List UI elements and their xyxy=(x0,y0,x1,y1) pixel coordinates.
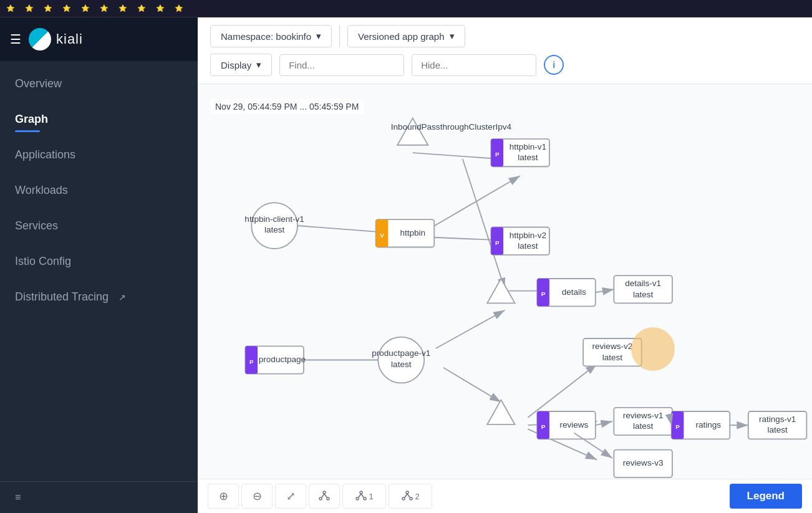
svg-point-61 xyxy=(356,497,359,500)
svg-text:latest: latest xyxy=(633,421,654,431)
top-icon-9: ⭐ xyxy=(156,4,165,12)
svg-marker-38 xyxy=(487,400,515,424)
svg-line-63 xyxy=(359,494,361,497)
svg-text:P: P xyxy=(675,423,680,430)
svg-text:httpbin: httpbin xyxy=(400,228,425,237)
sidebar-item-services[interactable]: Services xyxy=(0,208,198,244)
sidebar-item-workloads[interactable]: Workloads xyxy=(0,173,198,208)
top-icon-10: ⭐ xyxy=(175,4,183,12)
namespace-label: Namespace: bookinfo xyxy=(221,31,311,42)
external-link-icon: ↗ xyxy=(118,292,126,302)
sidebar-item-istio-config[interactable]: Istio Config xyxy=(0,244,198,279)
svg-point-65 xyxy=(406,491,408,494)
svg-text:ratings-v1: ratings-v1 xyxy=(759,415,796,424)
legend-button[interactable]: Legend xyxy=(730,484,802,509)
fit-icon: ⤢ xyxy=(286,489,296,503)
toolbar-row-2: Display ▾ i xyxy=(210,54,800,76)
sidebar-item-label-overview: Overview xyxy=(15,77,62,90)
graph-timestamp: Nov 29, 05:44:59 PM ... 05:45:59 PM xyxy=(210,99,364,114)
svg-text:InboundPassthroughClusterIpv4: InboundPassthroughClusterIpv4 xyxy=(391,122,512,132)
svg-line-64 xyxy=(361,494,364,497)
namespace-dropdown[interactable]: Namespace: bookinfo ▾ xyxy=(210,25,332,47)
top-icon-6: ⭐ xyxy=(100,4,109,12)
hamburger-icon[interactable]: ☰ xyxy=(10,32,21,47)
top-icon-7: ⭐ xyxy=(118,4,127,12)
sidebar-item-label-applications: Applications xyxy=(15,148,75,161)
svg-text:reviews-v2: reviews-v2 xyxy=(592,342,633,351)
kiali-logo-circle xyxy=(29,28,51,50)
display-label: Display xyxy=(221,60,251,70)
info-button[interactable]: i xyxy=(544,55,564,75)
hide-input[interactable] xyxy=(412,54,536,76)
content-area: Namespace: bookinfo ▾ Versioned app grap… xyxy=(198,17,812,513)
toolbar-row-1: Namespace: bookinfo ▾ Versioned app grap… xyxy=(210,25,800,47)
graph-type-label: Versioned app graph xyxy=(358,31,444,42)
layout-2-button[interactable]: 2 xyxy=(389,484,432,509)
svg-text:latest: latest xyxy=(602,353,623,362)
top-icon-1: ⭐ xyxy=(6,4,15,12)
svg-line-68 xyxy=(405,494,407,497)
zoom-in-button[interactable]: ⊕ xyxy=(208,484,239,509)
sidebar-item-applications[interactable]: Applications xyxy=(0,137,198,173)
svg-text:P: P xyxy=(495,239,500,246)
zoom-out-button[interactable]: ⊖ xyxy=(241,484,273,509)
settings-icon[interactable]: ≡ xyxy=(15,492,21,502)
graph-type-dropdown[interactable]: Versioned app graph ▾ xyxy=(347,25,465,47)
sidebar-nav: Overview Graph Applications Workloads Se… xyxy=(0,61,198,481)
sidebar-item-label-services: Services xyxy=(15,219,58,233)
svg-point-55 xyxy=(323,491,326,494)
svg-line-59 xyxy=(324,494,327,497)
svg-point-56 xyxy=(319,497,322,500)
toolbar: Namespace: bookinfo ▾ Versioned app grap… xyxy=(198,17,812,84)
sidebar: ☰ kiali Overview Graph Applications Work… xyxy=(0,17,198,513)
graph-area[interactable]: Nov 29, 05:44:59 PM ... 05:45:59 PM xyxy=(198,84,812,513)
layout-2-label: 2 xyxy=(415,492,419,501)
layout-1-button[interactable]: 1 xyxy=(342,484,386,509)
sidebar-header: ☰ kiali xyxy=(0,17,198,61)
svg-text:P: P xyxy=(495,151,500,158)
svg-text:httpbin-client-v1: httpbin-client-v1 xyxy=(244,214,304,224)
svg-point-57 xyxy=(327,497,329,500)
svg-text:P: P xyxy=(249,358,254,365)
svg-text:latest: latest xyxy=(518,153,538,162)
svg-text:P: P xyxy=(541,423,546,430)
svg-text:V: V xyxy=(380,232,384,239)
svg-line-69 xyxy=(407,494,410,497)
zoom-in-icon: ⊕ xyxy=(219,489,228,503)
svg-text:P: P xyxy=(541,290,546,297)
top-icon-3: ⭐ xyxy=(44,4,52,12)
sidebar-bottom: ≡ xyxy=(0,481,198,513)
svg-text:details-v1: details-v1 xyxy=(625,279,661,288)
svg-text:latest: latest xyxy=(264,225,285,234)
sidebar-item-distributed-tracing[interactable]: Distributed Tracing ↗ xyxy=(0,279,198,315)
top-nav-icons: ⭐ ⭐ ⭐ ⭐ ⭐ ⭐ ⭐ ⭐ ⭐ ⭐ xyxy=(6,4,183,12)
graph-type-dropdown-arrow: ▾ xyxy=(450,31,455,42)
svg-text:latest: latest xyxy=(391,360,412,369)
top-icon-8: ⭐ xyxy=(137,4,146,12)
svg-line-58 xyxy=(322,494,324,497)
layout-1-icon xyxy=(355,490,367,502)
svg-point-66 xyxy=(402,497,405,500)
svg-text:reviews-v3: reviews-v3 xyxy=(623,458,664,467)
sidebar-item-label-workloads: Workloads xyxy=(15,184,68,197)
graph-svg: InboundPassthroughClusterIpv4 P httpbin-… xyxy=(198,84,812,513)
layout-default-button[interactable] xyxy=(309,484,340,509)
sidebar-item-graph[interactable]: Graph xyxy=(0,102,198,137)
sidebar-item-label-graph: Graph xyxy=(15,113,48,126)
svg-point-60 xyxy=(360,491,362,494)
fit-graph-button[interactable]: ⤢ xyxy=(275,484,306,509)
sidebar-item-overview[interactable]: Overview xyxy=(0,66,198,102)
svg-text:productpage-v1: productpage-v1 xyxy=(372,348,430,358)
layout-1-label: 1 xyxy=(369,492,373,501)
svg-text:latest: latest xyxy=(633,290,654,299)
svg-text:reviews: reviews xyxy=(559,420,588,429)
top-icon-2: ⭐ xyxy=(25,4,34,12)
legend-label: Legend xyxy=(747,490,785,502)
svg-text:reviews-v1: reviews-v1 xyxy=(623,411,664,420)
svg-point-67 xyxy=(410,497,412,500)
display-dropdown[interactable]: Display ▾ xyxy=(210,54,272,76)
top-icon-5: ⭐ xyxy=(81,4,90,12)
svg-text:latest: latest xyxy=(767,425,788,434)
display-dropdown-arrow: ▾ xyxy=(256,59,261,70)
find-input[interactable] xyxy=(279,54,404,76)
